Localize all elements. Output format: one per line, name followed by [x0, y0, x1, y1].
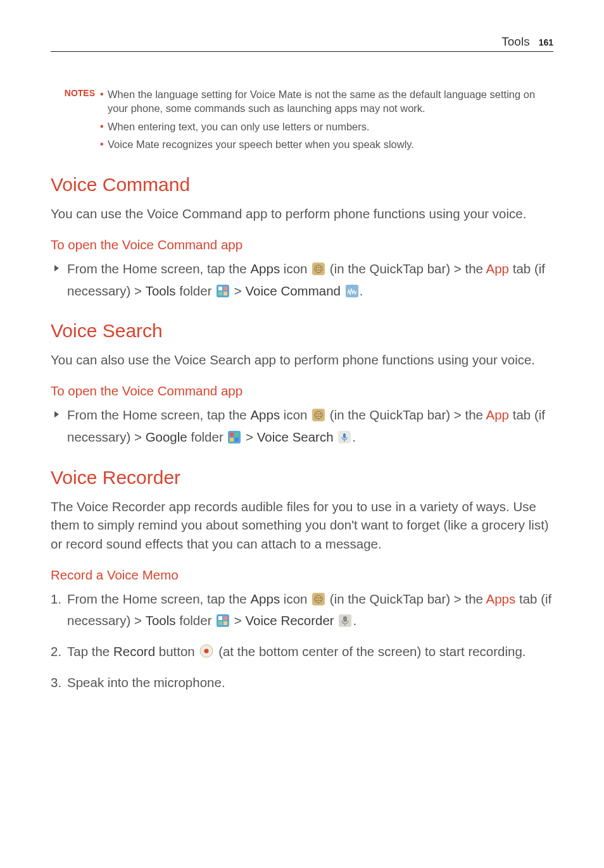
record-button-icon — [199, 643, 213, 664]
svg-point-3 — [318, 267, 319, 268]
page-number: 161 — [539, 37, 553, 47]
tools-folder-icon — [217, 612, 229, 633]
svg-rect-24 — [235, 433, 239, 437]
tools-label: Tools — [146, 613, 176, 628]
svg-rect-14 — [312, 409, 325, 421]
svg-point-35 — [316, 600, 317, 601]
apps-label: Apps — [250, 407, 280, 422]
voice-command-icon — [346, 283, 358, 303]
apps-label: Apps — [250, 592, 280, 606]
notes-label: NOTES — [51, 87, 100, 98]
step-list: From the Home screen, tap the Apps icon … — [51, 405, 553, 449]
svg-rect-12 — [223, 292, 227, 295]
step-number: 2. — [51, 642, 61, 662]
svg-rect-30 — [312, 593, 325, 605]
step-text: . — [353, 613, 356, 628]
svg-point-36 — [318, 600, 319, 601]
sub-heading: To open the Voice Command app — [51, 383, 553, 399]
apps-icon — [312, 591, 325, 611]
triangle-bullet-icon — [54, 411, 59, 418]
step-item: From the Home screen, tap the Apps icon … — [51, 405, 553, 449]
section-heading-voice-recorder: Voice Recorder — [51, 467, 553, 488]
google-folder-icon — [228, 429, 241, 449]
step-item: 1. From the Home screen, tap the Apps ic… — [51, 589, 553, 633]
step-number: 1. — [51, 589, 61, 609]
svg-point-20 — [318, 416, 319, 417]
svg-point-2 — [316, 267, 317, 268]
svg-point-32 — [316, 597, 317, 598]
section-heading-voice-command: Voice Command — [51, 174, 553, 195]
svg-rect-44 — [343, 616, 347, 622]
note-item: Voice Mate recognizes your speech better… — [100, 137, 553, 151]
svg-rect-42 — [223, 621, 227, 625]
step-item: 2. Tap the Record button (at the bottom … — [51, 642, 553, 664]
step-text: icon — [280, 261, 311, 276]
svg-rect-25 — [230, 438, 234, 442]
svg-rect-41 — [218, 621, 222, 625]
record-label: Record — [113, 644, 155, 659]
step-text: Tap the — [67, 644, 113, 659]
section-intro: You can also use the Voice Search app to… — [51, 350, 553, 369]
svg-point-6 — [318, 270, 319, 271]
svg-point-37 — [320, 600, 321, 601]
step-text: . — [352, 430, 356, 444]
step-text: (in the QuickTap bar) > the — [326, 592, 486, 606]
svg-rect-40 — [223, 616, 227, 620]
svg-point-21 — [320, 416, 321, 417]
step-text: > — [230, 283, 245, 298]
step-text: folder — [175, 283, 215, 298]
svg-point-7 — [320, 270, 321, 271]
voice-search-icon — [338, 429, 351, 449]
svg-rect-10 — [223, 287, 227, 290]
svg-rect-9 — [218, 287, 222, 290]
step-text: button — [155, 644, 198, 659]
sub-heading: Record a Voice Memo — [51, 567, 553, 583]
voice-search-label: Voice Search — [257, 430, 334, 444]
section-intro: The Voice Recorder app records audible f… — [51, 497, 553, 554]
svg-rect-0 — [312, 263, 325, 275]
svg-point-34 — [320, 597, 321, 598]
step-text: Speak into the microphone. — [67, 675, 225, 690]
step-text: folder — [175, 613, 215, 628]
step-text: folder — [187, 430, 227, 444]
page: Tools 161 NOTES When the language settin… — [0, 0, 604, 727]
tools-label: Tools — [146, 283, 176, 298]
step-number: 3. — [51, 673, 61, 693]
sub-heading: To open the Voice Command app — [51, 237, 553, 252]
note-item: When entering text, you can only use let… — [100, 120, 553, 133]
voice-recorder-label: Voice Recorder — [246, 613, 334, 628]
step-text: icon — [280, 592, 311, 606]
app-tab-label: App — [486, 407, 509, 422]
step-text: > — [230, 613, 245, 628]
step-text: (in the QuickTap bar) > the — [326, 261, 486, 276]
step-text: (at the bottom center of the screen) to … — [215, 644, 525, 659]
voice-command-label: Voice Command — [246, 283, 341, 298]
svg-point-33 — [318, 597, 319, 598]
step-item: 3. Speak into the microphone. — [51, 673, 553, 693]
svg-point-16 — [316, 413, 317, 414]
step-text: > — [242, 430, 256, 444]
triangle-bullet-icon — [54, 265, 59, 271]
notes-body: When the language setting for Voice Mate… — [100, 87, 553, 155]
svg-rect-26 — [235, 438, 239, 442]
svg-point-5 — [316, 270, 317, 271]
app-tab-label: App — [486, 261, 509, 276]
svg-point-19 — [316, 416, 317, 417]
svg-rect-23 — [230, 433, 234, 437]
svg-point-47 — [204, 649, 209, 654]
step-text: . — [360, 283, 363, 298]
notes-block: NOTES When the language setting for Voic… — [51, 87, 553, 155]
step-item: From the Home screen, tap the Apps icon … — [51, 259, 553, 303]
step-text: icon — [280, 407, 311, 422]
svg-point-4 — [320, 267, 321, 268]
svg-rect-28 — [343, 433, 346, 438]
tools-folder-icon — [217, 283, 229, 303]
google-label: Google — [146, 430, 187, 444]
note-item: When the language setting for Voice Mate… — [100, 87, 553, 116]
voice-recorder-icon — [339, 612, 351, 633]
apps-icon — [312, 407, 325, 427]
step-text: From the Home screen, tap the — [67, 407, 250, 422]
svg-rect-39 — [218, 616, 222, 620]
chapter-title: Tools — [501, 35, 529, 49]
apps-tab-label: Apps — [486, 592, 516, 606]
